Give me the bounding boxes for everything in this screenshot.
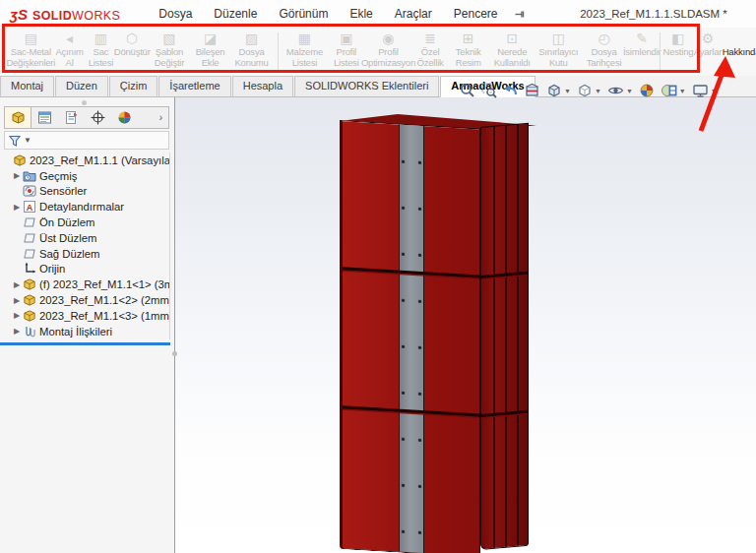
tree-item-ust-duzlem[interactable]: Üst Düzlem	[2, 230, 169, 246]
ozel-ozellik-button[interactable]: ≣ Özel Özellik	[412, 30, 449, 74]
apply-scene-icon[interactable]: ▼	[658, 83, 689, 98]
teknik-resim-button[interactable]: ⊞ Teknik Resim	[448, 30, 488, 74]
model-center-plate	[399, 125, 424, 553]
flat-pattern-icon: ◂	[66, 31, 73, 47]
sac-listesi-button[interactable]: ▥ Sac Listesi	[85, 30, 118, 74]
expand-arrow-icon[interactable]: ▶	[12, 280, 22, 289]
dimxpert-manager-tab[interactable]	[85, 107, 111, 128]
profil-listesi-button[interactable]: ▣ Profil Listesi	[328, 30, 364, 74]
menu-gorunum[interactable]: Görünüm	[268, 3, 339, 25]
nerede-kullanildi-button[interactable]: ⊡ Nerede Kullanıldı	[488, 30, 536, 74]
dropdown-caret-icon[interactable]: ▼	[626, 88, 633, 94]
section-view-icon[interactable]	[522, 83, 543, 98]
zoom-to-area-icon[interactable]	[478, 83, 500, 98]
model-front-face	[340, 120, 480, 553]
bounding-box-icon: ◫	[552, 31, 565, 47]
view-orientation-icon[interactable]: ▼	[543, 83, 574, 98]
model-side-face	[480, 123, 529, 550]
featuremanager-tree-tab[interactable]	[5, 107, 32, 128]
filter-funnel-icon	[8, 134, 22, 148]
sheet-list-icon: ▥	[94, 31, 107, 47]
menu-items: Dosya Düzenle Görünüm Ekle Araçlar Pence…	[148, 3, 508, 25]
sac-metal-degiskenleri-button[interactable]: ▤ Sac-Metal Değişkenleri	[7, 30, 55, 74]
tree-item-on-duzlem[interactable]: Ön Düzlem	[2, 215, 169, 230]
menu-ekle[interactable]: Ekle	[339, 3, 383, 25]
panel-tabs-overflow-chevron[interactable]: ›	[154, 112, 168, 123]
template-change-icon: ▧	[162, 31, 175, 47]
tab-solidworks-eklentileri[interactable]: SOLIDWORKS Eklentileri	[294, 76, 439, 96]
profil-optimizasyon-button[interactable]: ◉ Profil Optimizasyon	[364, 30, 412, 74]
isimlendir-button[interactable]: ✎ İsimlendir	[627, 30, 657, 74]
tree-item-sag-duzlem[interactable]: Sağ Düzlem	[2, 246, 169, 262]
tree-item-component-2[interactable]: ▶ 2023_Ref_M1.1<2> (2mm) <Görü	[2, 292, 169, 308]
hakkinda-button[interactable]: Hakkında	[726, 30, 756, 74]
panel-drag-handle[interactable]	[82, 100, 87, 105]
tree-filter-bar[interactable]: ▼	[4, 131, 169, 150]
tab-isaretleme[interactable]: İşaretleme	[158, 76, 230, 96]
zoom-to-fit-icon[interactable]	[457, 83, 478, 98]
panel-splitter-handle[interactable]	[172, 351, 177, 356]
file-history-icon: ◴	[598, 31, 609, 47]
assembly-model[interactable]	[330, 110, 541, 553]
expand-arrow-icon[interactable]: ▶	[12, 327, 22, 336]
tree-item-root[interactable]: 2023_Ref_M1.1.1 (Varsayılan) <Görün	[2, 153, 169, 168]
donustur-button[interactable]: ⬡ Dönüştür	[117, 30, 147, 74]
tab-hesapla[interactable]: Hesapla	[232, 76, 293, 96]
filter-dropdown-caret-icon[interactable]: ▼	[24, 136, 32, 145]
expand-arrow-icon[interactable]: ▶	[12, 203, 22, 212]
display-manager-tab[interactable]	[111, 107, 138, 128]
bilesen-ekle-button[interactable]: ◪ Bileşen Ekle	[192, 30, 229, 74]
profile-optimization-icon: ◉	[382, 31, 394, 47]
rollback-bar[interactable]	[0, 342, 170, 345]
previous-view-icon[interactable]	[500, 83, 522, 98]
tree-item-montaj-iliskileri[interactable]: ▶ Montaj İlişkileri	[2, 324, 169, 339]
dropdown-caret-icon[interactable]: ▼	[711, 88, 718, 94]
view-settings-icon[interactable]: ▼	[689, 83, 721, 98]
nesting-button[interactable]: ◧ Nesting	[663, 30, 693, 74]
add-component-icon: ◪	[204, 31, 217, 47]
dropdown-caret-icon[interactable]: ▼	[679, 88, 686, 94]
tree-item-detaylandirmalar[interactable]: ▶ A Detaylandırmalar	[2, 199, 169, 215]
plane-icon	[22, 247, 37, 261]
menu-pencere[interactable]: Pencere	[443, 3, 509, 25]
dropdown-caret-icon[interactable]: ▼	[564, 88, 571, 94]
menu-araclar[interactable]: Araçlar	[384, 3, 443, 25]
graphics-viewport[interactable]: ▼ ▼ ▼ ▼ ▼	[175, 97, 756, 553]
solidworks-logo-mark: ʒS	[10, 6, 28, 23]
edit-appearance-icon[interactable]	[636, 83, 658, 98]
ayarlar-button[interactable]: ⚙ Ayarlar	[693, 30, 723, 74]
tree-item-gecmis[interactable]: ▶ Geçmiş	[2, 168, 169, 184]
pin-menu-icon[interactable]	[514, 8, 527, 21]
dosya-tarihcesi-button[interactable]: ◴ Dosya Tarihçesi	[581, 30, 627, 74]
sinirlayici-kutu-button[interactable]: ◫ Sınırlayıcı Kutu	[536, 30, 581, 74]
property-manager-tab[interactable]	[32, 107, 58, 128]
feature-tree: 2023_Ref_M1.1.1 (Varsayılan) <Görün ▶ Ge…	[2, 153, 170, 339]
expand-arrow-icon[interactable]: ▶	[12, 171, 22, 180]
menu-dosya[interactable]: Dosya	[148, 3, 203, 25]
dosya-konumu-button[interactable]: ▨ Dosya Konumu	[228, 30, 274, 74]
acinim-al-button[interactable]: ◂ Açınım Al	[55, 30, 85, 74]
menu-duzenle[interactable]: Düzenle	[203, 3, 268, 25]
tab-duzen[interactable]: Düzen	[55, 76, 108, 96]
tree-item-component-3[interactable]: ▶ 2023_Ref_M1.1<3> (1mm) <Görün	[2, 308, 169, 324]
tree-item-component-1[interactable]: ▶ (f) 2023_Ref_M1.1<1> (3mm) <Gö	[2, 276, 169, 292]
annotations-icon: A	[22, 200, 37, 214]
dropdown-caret-icon[interactable]: ▼	[595, 88, 601, 94]
file-location-icon: ▨	[245, 31, 258, 47]
hide-show-items-icon[interactable]: ▼	[604, 83, 636, 98]
convert-icon: ⬡	[126, 31, 138, 47]
where-used-icon: ⊡	[506, 31, 518, 47]
configuration-manager-tab[interactable]	[58, 107, 85, 128]
tab-montaj[interactable]: Montaj	[0, 76, 54, 96]
display-style-icon[interactable]: ▼	[574, 83, 604, 98]
sablon-degistir-button[interactable]: ▧ Şablon Değiştir	[147, 30, 192, 74]
malzeme-listesi-button[interactable]: ▦ Malzeme Listesi	[281, 30, 328, 74]
heads-up-view-toolbar: ▼ ▼ ▼ ▼ ▼	[457, 81, 721, 100]
solidworks-logo: ʒS SOLID WORKS	[10, 6, 120, 23]
settings-gear-icon: ⚙	[702, 31, 715, 47]
tree-item-sensorler[interactable]: Sensörler	[2, 184, 169, 200]
expand-arrow-icon[interactable]: ▶	[12, 296, 22, 305]
tree-item-orijin[interactable]: Orijin	[2, 262, 169, 277]
expand-arrow-icon[interactable]: ▶	[12, 311, 22, 320]
tab-cizim[interactable]: Çizim	[109, 76, 158, 96]
